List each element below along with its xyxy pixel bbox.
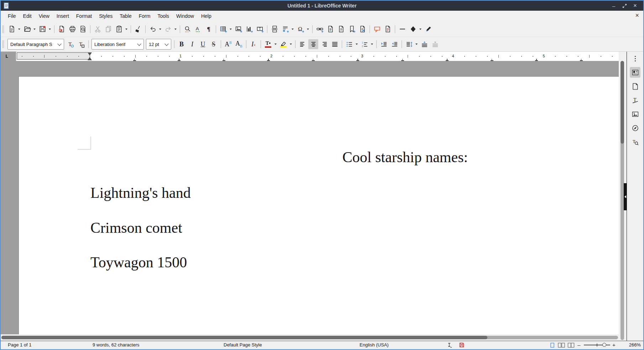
document-heading[interactable]: Cool starship names: bbox=[19, 150, 619, 165]
insert-table-dropdown-arrow[interactable] bbox=[229, 24, 232, 34]
indent-marker[interactable] bbox=[88, 52, 92, 61]
document-page[interactable]: Cool starship names: Lightning's hand Cr… bbox=[19, 76, 619, 334]
save-dropdown-arrow[interactable] bbox=[48, 24, 52, 34]
text-language[interactable]: English (USA) bbox=[360, 342, 389, 348]
zoom-level[interactable]: 266% bbox=[624, 342, 641, 348]
font-name-combo[interactable]: Liberation Serif bbox=[91, 39, 144, 50]
bullet-list-dropdown-arrow[interactable] bbox=[355, 39, 358, 49]
underline-button[interactable]: U bbox=[198, 39, 208, 49]
increase-indent-button[interactable] bbox=[379, 39, 389, 49]
sidebar-hide-handle[interactable] bbox=[624, 183, 627, 210]
horizontal-line-button[interactable] bbox=[397, 24, 407, 34]
special-character-button[interactable]: Ω bbox=[295, 24, 305, 34]
insert-chart-button[interactable] bbox=[244, 24, 254, 34]
insert-textbox-button[interactable]: T bbox=[255, 24, 265, 34]
numbered-list-button[interactable]: 12 bbox=[360, 39, 370, 49]
view-single-page-icon[interactable] bbox=[550, 343, 555, 349]
highlight-color-button[interactable] bbox=[278, 39, 288, 49]
justify-button[interactable] bbox=[330, 39, 340, 49]
document-text-line[interactable]: Toywagon 1500 bbox=[90, 255, 187, 270]
view-book-icon[interactable] bbox=[567, 343, 575, 349]
sidebar-tab-styles[interactable]: T bbox=[630, 95, 640, 105]
menu-format[interactable]: Format bbox=[73, 12, 95, 20]
menu-table[interactable]: Table bbox=[116, 12, 135, 20]
insert-comment-button[interactable] bbox=[372, 24, 382, 34]
menu-form[interactable]: Form bbox=[135, 12, 154, 20]
italic-button[interactable]: I bbox=[187, 39, 197, 49]
sidebar-tab-navigator[interactable] bbox=[630, 123, 640, 133]
clone-formatting-button[interactable] bbox=[133, 24, 143, 34]
insert-bookmark-button[interactable] bbox=[347, 24, 357, 34]
spelling-button[interactable]: A bbox=[193, 24, 203, 34]
zoom-in-icon[interactable]: + bbox=[612, 342, 616, 348]
align-right-button[interactable] bbox=[319, 39, 329, 49]
undo-button[interactable] bbox=[148, 24, 158, 34]
view-multi-page-icon[interactable] bbox=[558, 343, 565, 349]
undo-dropdown-arrow[interactable] bbox=[158, 24, 162, 34]
numbered-list-dropdown-arrow[interactable] bbox=[370, 39, 374, 49]
open-file-dropdown-arrow[interactable] bbox=[32, 24, 36, 34]
sidebar-tab-properties[interactable] bbox=[630, 67, 640, 78]
menu-file[interactable]: File bbox=[4, 12, 20, 20]
menu-tools[interactable]: Tools bbox=[154, 12, 173, 20]
hscroll-thumb[interactable] bbox=[1, 336, 487, 339]
font-color-dropdown-arrow[interactable] bbox=[273, 39, 277, 49]
menu-view[interactable]: View bbox=[35, 12, 53, 20]
insert-field-dropdown-arrow[interactable] bbox=[290, 24, 294, 34]
insert-footnote-button[interactable]: 1 bbox=[325, 24, 335, 34]
subscript-button[interactable]: AB bbox=[234, 39, 244, 49]
basic-shapes-dropdown-arrow[interactable] bbox=[418, 24, 422, 34]
basic-shapes-button[interactable] bbox=[408, 24, 418, 34]
new-style-button[interactable]: T bbox=[76, 39, 86, 49]
sidebar-tab-style-inspector[interactable]: T bbox=[630, 137, 640, 147]
font-color-button[interactable]: T• bbox=[263, 39, 273, 49]
vscroll-thumb[interactable] bbox=[621, 61, 624, 144]
insert-field-button[interactable] bbox=[280, 24, 290, 34]
bold-button[interactable]: B bbox=[177, 39, 187, 49]
export-pdf-button[interactable] bbox=[57, 24, 67, 34]
document-text-line[interactable]: Crimson comet bbox=[90, 220, 182, 235]
find-replace-button[interactable] bbox=[182, 24, 192, 34]
menu-help[interactable]: Help bbox=[198, 12, 215, 20]
toolbar-grip[interactable] bbox=[2, 25, 4, 33]
strikethrough-button[interactable]: S bbox=[209, 39, 219, 49]
special-character-dropdown-arrow[interactable] bbox=[306, 24, 310, 34]
bullet-list-button[interactable] bbox=[344, 39, 354, 49]
draw-functions-button[interactable] bbox=[423, 24, 433, 34]
track-changes-button[interactable] bbox=[383, 24, 393, 34]
page-break-button[interactable] bbox=[269, 24, 279, 34]
align-left-button[interactable] bbox=[298, 39, 308, 49]
selection-mode-icon[interactable] bbox=[447, 343, 452, 349]
decrease-indent-button[interactable] bbox=[389, 39, 399, 49]
paragraph-style-combo[interactable]: Default Paragraph S bbox=[7, 39, 64, 50]
document-text-line[interactable]: Lightning's hand bbox=[90, 185, 191, 200]
save-button[interactable] bbox=[37, 24, 47, 34]
document-modified-icon[interactable] bbox=[459, 343, 464, 349]
insert-table-button[interactable] bbox=[218, 24, 228, 34]
paste-dropdown-arrow[interactable] bbox=[124, 24, 128, 34]
new-document-dropdown-arrow[interactable] bbox=[17, 24, 21, 34]
zoom-out-icon[interactable]: – bbox=[577, 342, 580, 348]
page-count[interactable]: Page 1 of 1 bbox=[8, 342, 32, 348]
line-spacing-dropdown-arrow[interactable] bbox=[414, 39, 418, 49]
toolbar-grip[interactable] bbox=[2, 40, 4, 48]
menu-window[interactable]: Window bbox=[173, 12, 198, 20]
menu-styles[interactable]: Styles bbox=[95, 12, 116, 20]
font-size-combo[interactable]: 12 pt bbox=[146, 39, 171, 50]
tab-stop-type-selector[interactable]: L bbox=[4, 53, 10, 59]
close-document-icon[interactable]: × bbox=[635, 12, 639, 19]
align-center-button[interactable] bbox=[308, 39, 318, 49]
line-spacing-button[interactable] bbox=[404, 39, 414, 49]
sidebar-tab-gallery[interactable] bbox=[630, 109, 640, 119]
zoom-slider[interactable] bbox=[584, 345, 610, 345]
menu-edit[interactable]: Edit bbox=[20, 12, 35, 20]
insert-endnote-button[interactable]: i bbox=[336, 24, 346, 34]
close-window-icon[interactable]: × bbox=[631, 2, 639, 10]
new-document-button[interactable] bbox=[7, 24, 17, 34]
clear-formatting-button[interactable]: I× bbox=[248, 39, 258, 49]
print-preview-button[interactable] bbox=[78, 24, 88, 34]
update-style-button[interactable]: T bbox=[66, 39, 75, 49]
cross-reference-button[interactable] bbox=[357, 24, 367, 34]
sidebar-tab-sidebar-settings[interactable] bbox=[630, 53, 640, 64]
formatting-marks-button[interactable]: ¶ bbox=[204, 24, 214, 34]
